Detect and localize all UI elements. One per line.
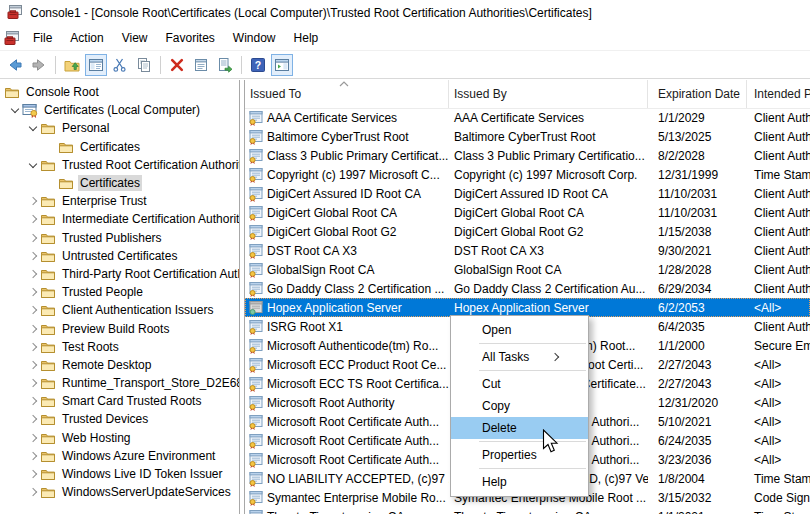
tree-collapsed-chevron-icon[interactable] xyxy=(26,467,40,481)
table-row-globalsign-root-ca[interactable]: GlobalSign Root CAGlobalSign Root CA1/28… xyxy=(245,260,810,279)
cell-expiration-date: 1/1/2021 xyxy=(648,507,747,514)
toolbar-forward-button[interactable] xyxy=(28,54,50,76)
toolbar-cut-button[interactable] xyxy=(109,54,131,76)
context-menu-item-copy[interactable]: Copy xyxy=(451,395,588,417)
toolbar-export-list-button[interactable] xyxy=(214,54,236,76)
tree-item-third-party-root-certification-authoriti[interactable]: Third-Party Root Certification Authoriti… xyxy=(0,265,239,283)
child-window-icon xyxy=(4,30,20,46)
tree-item-smart-card-trusted-roots[interactable]: Smart Card Trusted Roots xyxy=(0,392,239,410)
tree-item-personal[interactable]: Personal xyxy=(0,119,239,137)
tree-collapsed-chevron-icon[interactable] xyxy=(26,194,40,208)
tree-collapsed-chevron-icon[interactable] xyxy=(26,322,40,336)
cell-intended-purposes: Client Authentication xyxy=(747,127,810,146)
table-row-go-daddy-class-2-certification[interactable]: Go Daddy Class 2 Certification ...Go Dad… xyxy=(245,279,810,298)
tree-item-runtime-transport-store-d2e6823[interactable]: Runtime_Transport_Store_D2E6823... xyxy=(0,374,239,392)
column-header-intended-purposes[interactable]: Intended Purposes xyxy=(747,80,810,108)
tree-item-trusted-publishers[interactable]: Trusted Publishers xyxy=(0,229,239,247)
folder-icon xyxy=(40,321,56,337)
toolbar-show-action-pane-button[interactable] xyxy=(271,54,293,76)
toolbar-copy-button[interactable] xyxy=(133,54,155,76)
tree-collapsed-chevron-icon[interactable] xyxy=(26,303,40,317)
tree-collapsed-chevron-icon[interactable] xyxy=(26,449,40,463)
context-menu-item-cut[interactable]: Cut xyxy=(451,373,588,395)
tree-collapsed-chevron-icon[interactable] xyxy=(26,285,40,299)
context-menu-item-properties[interactable]: Properties xyxy=(451,444,588,466)
tree-collapsed-chevron-icon[interactable] xyxy=(26,358,40,372)
tree-item-windowsserverupdateservices[interactable]: WindowsServerUpdateServices xyxy=(0,483,239,501)
cell-issued-by: DigiCert Global Root CA xyxy=(449,203,648,222)
tree-item-preview-build-roots[interactable]: Preview Build Roots xyxy=(0,319,239,337)
tree-item-enterprise-trust[interactable]: Enterprise Trust xyxy=(0,192,239,210)
tree-item-trusted-people[interactable]: Trusted People xyxy=(0,283,239,301)
tree-item-console-root[interactable]: Console Root xyxy=(0,83,239,101)
table-row-digicert-global-root-ca[interactable]: DigiCert Global Root CADigiCert Global R… xyxy=(245,203,810,222)
tree-item-certificates[interactable]: Certificates xyxy=(0,138,239,156)
context-menu-item-all-tasks[interactable]: All Tasks xyxy=(451,346,588,368)
table-row-dst-root-ca-x3[interactable]: DST Root CA X3DST Root CA X39/30/2021Cli… xyxy=(245,241,810,260)
cell-expiration-date: 1/1/2029 xyxy=(648,108,747,127)
menu-help[interactable]: Help xyxy=(285,27,328,49)
tree-item-label: Runtime_Transport_Store_D2E6823... xyxy=(60,375,240,391)
tree-collapsed-chevron-icon[interactable] xyxy=(26,267,40,281)
toolbar-help-button[interactable]: ? xyxy=(247,54,269,76)
table-row-baltimore-cybertrust-root[interactable]: Baltimore CyberTrust RootBaltimore Cyber… xyxy=(245,127,810,146)
cell-issued-to: Copyright (c) 1997 Microsoft C... xyxy=(245,165,449,184)
issued-to-text: DigiCert Global Root G2 xyxy=(267,225,396,239)
certificate-icon xyxy=(248,148,264,164)
tree-item-intermediate-certification-authorities[interactable]: Intermediate Certification Authorities xyxy=(0,210,239,228)
table-row-aaa-certificate-services[interactable]: AAA Certificate ServicesAAA Certificate … xyxy=(245,108,810,127)
tree-expanded-chevron-icon[interactable] xyxy=(26,121,40,135)
cell-expiration-date: 11/10/2031 xyxy=(648,203,747,222)
tree-item-windows-live-id-token-issuer[interactable]: Windows Live ID Token Issuer xyxy=(0,465,239,483)
toolbar-show-console-tree-button[interactable] xyxy=(85,54,107,76)
tree-item-windows-azure-environment[interactable]: Windows Azure Environment xyxy=(0,447,239,465)
toolbar-back-button[interactable] xyxy=(4,54,26,76)
tree-item-remote-desktop[interactable]: Remote Desktop xyxy=(0,356,239,374)
toolbar-properties-button[interactable] xyxy=(190,54,212,76)
tree-collapsed-chevron-icon[interactable] xyxy=(26,249,40,263)
context-menu-item-open[interactable]: Open xyxy=(451,319,588,341)
tree-item-label: Trusted People xyxy=(60,284,145,300)
column-header-expiration-date[interactable]: Expiration Date xyxy=(648,80,747,108)
column-header-issued-by[interactable]: Issued By xyxy=(449,80,648,108)
tree-item-label: Windows Live ID Token Issuer xyxy=(60,466,225,482)
menu-window[interactable]: Window xyxy=(224,27,285,49)
tree-item-client-authentication-issuers[interactable]: Client Authentication Issuers xyxy=(0,301,239,319)
tree-item-trusted-root-certification-authorities[interactable]: Trusted Root Certification Authorities xyxy=(0,156,239,174)
toolbar-up-one-level-button[interactable] xyxy=(61,54,83,76)
menu-action[interactable]: Action xyxy=(61,27,112,49)
cell-intended-purposes: Time Stamping xyxy=(747,165,810,184)
tree-collapsed-chevron-icon[interactable] xyxy=(26,431,40,445)
menu-view[interactable]: View xyxy=(113,27,157,49)
tree-collapsed-chevron-icon[interactable] xyxy=(26,485,40,499)
menu-favorites[interactable]: Favorites xyxy=(157,27,224,49)
tree-item-test-roots[interactable]: Test Roots xyxy=(0,338,239,356)
context-menu-item-help[interactable]: Help xyxy=(451,471,588,493)
table-row-thawte-timestamping-ca[interactable]: Thawte Timestamping CAThawte Timestampin… xyxy=(245,507,810,514)
tree-item-trusted-devices[interactable]: Trusted Devices xyxy=(0,410,239,428)
tree-collapsed-chevron-icon[interactable] xyxy=(26,376,40,390)
tree-collapsed-chevron-icon[interactable] xyxy=(26,394,40,408)
certificate-icon xyxy=(248,414,264,430)
context-menu-item-delete[interactable]: Delete xyxy=(451,417,588,439)
cell-expiration-date: 1/28/2028 xyxy=(648,260,747,279)
tree-collapsed-chevron-icon[interactable] xyxy=(26,212,40,226)
tree-collapsed-chevron-icon[interactable] xyxy=(26,340,40,354)
table-row-copyright-c-1997-microsoft-c[interactable]: Copyright (c) 1997 Microsoft C...Copyrig… xyxy=(245,165,810,184)
mouse-cursor xyxy=(542,429,559,454)
cell-issued-by: Go Daddy Class 2 Certification Au... xyxy=(449,279,648,298)
table-row-digicert-global-root-g2[interactable]: DigiCert Global Root G2DigiCert Global R… xyxy=(245,222,810,241)
toolbar-delete-button[interactable] xyxy=(166,54,188,76)
table-row-class-3-public-primary-certificat[interactable]: Class 3 Public Primary Certificat...Clas… xyxy=(245,146,810,165)
menu-file[interactable]: File xyxy=(24,27,61,49)
table-row-digicert-assured-id-root-ca[interactable]: DigiCert Assured ID Root CADigiCert Assu… xyxy=(245,184,810,203)
tree-item-web-hosting[interactable]: Web Hosting xyxy=(0,429,239,447)
tree-collapsed-chevron-icon[interactable] xyxy=(26,231,40,245)
tree-expanded-chevron-icon[interactable] xyxy=(26,158,40,172)
tree-collapsed-chevron-icon[interactable] xyxy=(26,412,40,426)
tree-item-certificates[interactable]: Certificates xyxy=(0,174,239,192)
tree-item-certificates-local-computer[interactable]: Certificates (Local Computer) xyxy=(0,101,239,119)
tree-expanded-chevron-icon[interactable] xyxy=(8,103,22,117)
cell-expiration-date: 5/10/2021 xyxy=(648,412,747,431)
tree-item-untrusted-certificates[interactable]: Untrusted Certificates xyxy=(0,247,239,265)
